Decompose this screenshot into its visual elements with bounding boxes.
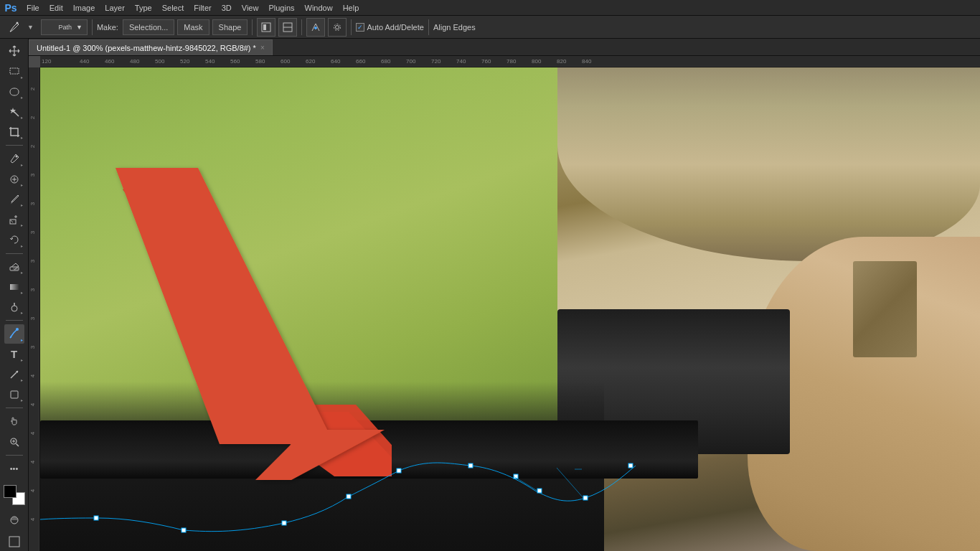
canvas-with-ruler: 2 2 2 3 3 3 3 3 3 3 4 4 4 4 4 4 (29, 67, 980, 551)
hand-tool[interactable] (4, 412, 24, 430)
text-tool[interactable]: T ▸ (4, 345, 24, 364)
canvas-area: Untitled-1 @ 300% (pexels-matthew-hintz-… (29, 39, 980, 551)
pen-tool[interactable]: ▸ (4, 324, 24, 343)
svg-rect-19 (10, 284, 19, 290)
align-to-selection-icon[interactable] (257, 18, 275, 37)
svg-rect-24 (11, 391, 18, 398)
menu-layer[interactable]: Layer (100, 2, 130, 14)
svg-text:4: 4 (29, 374, 36, 377)
svg-point-20 (11, 306, 17, 311)
separator-4 (351, 19, 352, 35)
healing-brush-tool[interactable]: ▸ (4, 170, 24, 189)
eyedropper-tool[interactable]: ▸ (4, 149, 24, 168)
shape-tool[interactable]: ▸ (4, 385, 24, 404)
svg-line-27 (16, 443, 19, 446)
marquee-tool[interactable]: ▸ (4, 62, 24, 80)
selection-button[interactable]: Selection... (123, 19, 174, 35)
tool-sep-3 (6, 320, 23, 321)
svg-text:3: 3 (29, 316, 36, 320)
svg-text:520: 520 (180, 58, 190, 65)
menu-help[interactable]: Help (338, 2, 364, 14)
align-edges-label: Align Edges (433, 23, 476, 32)
make-label: Make: (97, 23, 118, 32)
menu-bar: Ps File Edit Image Layer Type Select Fil… (0, 0, 980, 16)
menu-view[interactable]: View (237, 2, 264, 14)
quick-mask-icon[interactable] (5, 511, 24, 529)
auto-add-delete-label: Auto Add/Delete (367, 23, 424, 32)
separator-2 (252, 19, 253, 35)
menu-3d[interactable]: 3D (217, 2, 237, 14)
menu-file[interactable]: File (22, 2, 44, 14)
tool-sep-2 (6, 253, 23, 254)
menu-plugins[interactable]: Plugins (263, 2, 299, 14)
magic-wand-tool[interactable]: ▸ (4, 103, 24, 121)
path-mode-dropdown[interactable]: Path ▼ (41, 19, 88, 35)
screen-mode-icon[interactable] (5, 532, 24, 551)
menu-select[interactable]: Select (157, 2, 189, 14)
svg-text:680: 680 (381, 58, 391, 65)
auto-add-delete-checkbox-icon[interactable]: ✓ (356, 23, 364, 32)
move-tool[interactable] (4, 42, 24, 60)
svg-text:780: 780 (507, 58, 517, 65)
svg-text:700: 700 (406, 58, 416, 65)
svg-point-8 (336, 25, 339, 29)
menu-type[interactable]: Type (130, 2, 157, 14)
menu-window[interactable]: Window (300, 2, 338, 14)
svg-text:720: 720 (431, 58, 441, 65)
svg-text:4: 4 (29, 402, 36, 406)
svg-text:660: 660 (356, 58, 366, 65)
svg-text:440: 440 (80, 58, 90, 65)
tab-close-button[interactable]: × (260, 44, 265, 52)
dodge-tool[interactable]: ▸ (4, 298, 24, 316)
tab-title: Untitled-1 @ 300% (pexels-matthew-hintz-… (37, 44, 256, 52)
svg-text:840: 840 (582, 58, 592, 65)
auto-add-delete-container: ✓ Auto Add/Delete (356, 23, 424, 32)
extra-tools[interactable]: ••• (4, 459, 24, 478)
menu-edit[interactable]: Edit (44, 2, 68, 14)
svg-text:480: 480 (130, 58, 140, 65)
svg-text:3: 3 (29, 345, 36, 349)
eraser-tool[interactable]: ▸ (4, 258, 24, 276)
history-brush-tool[interactable]: ▸ (4, 230, 24, 249)
shape-button[interactable]: Shape (212, 19, 248, 35)
menu-image[interactable]: Image (68, 2, 100, 14)
crop-tool[interactable]: ▸ (4, 123, 24, 141)
path-selection-tool[interactable]: ▸ (4, 365, 24, 384)
svg-text:3: 3 (29, 259, 36, 263)
svg-text:540: 540 (205, 58, 215, 65)
brush-tool[interactable]: ▸ (4, 190, 24, 209)
svg-text:3: 3 (29, 288, 36, 291)
photo-canvas[interactable] (40, 67, 980, 551)
svg-text:4: 4 (29, 460, 36, 463)
svg-text:3: 3 (29, 230, 36, 234)
add-anchor-icon[interactable] (306, 18, 325, 37)
tab-bar: Untitled-1 @ 300% (pexels-matthew-hintz-… (29, 39, 980, 56)
svg-text:3: 3 (29, 173, 36, 176)
svg-point-0 (17, 22, 19, 24)
arrange-icon[interactable] (278, 18, 297, 37)
ruler-top: 120 440 460 480 500 520 540 560 580 600 … (40, 56, 980, 67)
svg-text:580: 580 (255, 58, 265, 65)
path-mode-arrow: ▼ (76, 24, 83, 31)
svg-rect-31 (9, 537, 19, 547)
svg-text:4: 4 (29, 431, 36, 435)
tool-sep-5 (6, 455, 23, 456)
svg-text:4: 4 (29, 517, 36, 521)
path-mode-label: Path (58, 24, 72, 31)
mask-button[interactable]: Mask (177, 19, 209, 35)
tool-sep-1 (6, 145, 23, 146)
svg-point-22 (16, 328, 19, 331)
menu-filter[interactable]: Filter (189, 2, 216, 14)
svg-text:760: 760 (481, 58, 491, 65)
foreground-color-swatch[interactable] (4, 485, 17, 498)
clone-stamp-tool[interactable]: ▸ (4, 210, 24, 229)
lasso-tool[interactable]: ▸ (4, 83, 24, 101)
screen-mode-container (5, 511, 24, 551)
gradient-tool[interactable]: ▸ (4, 278, 24, 296)
svg-rect-2 (263, 24, 266, 30)
settings-icon[interactable] (328, 18, 347, 37)
pen-tool-dropdown-arrow[interactable]: ▼ (27, 24, 34, 31)
zoom-tool[interactable] (4, 433, 24, 451)
document-tab[interactable]: Untitled-1 @ 300% (pexels-matthew-hintz-… (29, 39, 273, 55)
pen-tool-icon (4, 17, 24, 37)
